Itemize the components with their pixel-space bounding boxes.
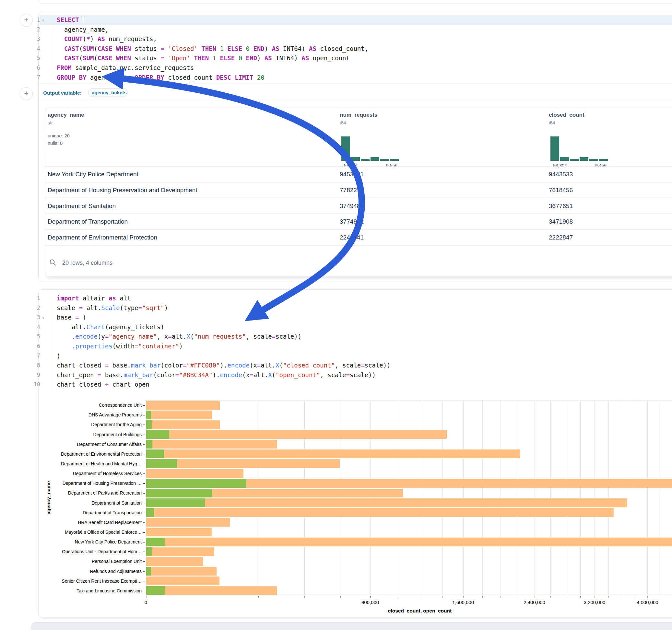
code-text: scale = alt.Scale(type="sqrt") [57,303,168,313]
code-line[interactable]: 3∨base = ( [32,313,672,322]
table-cell: 2240041 [340,234,364,241]
code-text: agency_name, [57,25,109,35]
line-number: 4 [32,44,40,54]
code-text: GROUP BY agency_name ORDER BY closed_cou… [57,73,265,83]
line-number: 7 [32,73,40,83]
code-line[interactable]: 7GROUP BY agency_name ORDER BY closed_co… [32,73,672,83]
line-number: 5 [32,332,40,342]
code-line[interactable]: 1import altair as alt [32,294,672,303]
code-text: chart_closed + chart_open [57,380,149,390]
gutter-divider [54,13,54,83]
text-cursor [83,17,83,23]
line-number: 9 [32,370,40,380]
line-number: 6 [32,63,40,73]
gutter-divider [54,293,54,390]
line-number: 6 [32,342,40,351]
table-cell: Department of Transportation [48,218,128,225]
table-cell: 3471908 [549,218,573,225]
table-row[interactable]: New York City Police Department945313194… [45,166,672,183]
table-row-divider [45,245,672,246]
line-number: 10 [32,380,40,390]
code-text: .properties(width="container") [57,342,183,351]
table-cell: 7782211 [340,187,363,194]
code-line[interactable]: 6FROM sample_data.nyc.service_requests [32,63,672,73]
line-number: 5 [32,53,40,63]
code-text: .encode(y="agency_name", x=alt.X("num_re… [57,332,302,342]
line-number: 1 [32,294,40,303]
code-text: CAST(SUM(CASE WHEN status = 'Closed' THE… [57,44,368,54]
code-line[interactable]: 1∨SELECT [32,15,672,25]
python-editor[interactable]: 1import altair as alt2scale = alt.Scale(… [32,294,672,390]
table-cell: 9453131 [340,171,364,178]
code-text: alt.Chart(agency_tickets) [57,322,164,332]
collapse-chevron-icon[interactable]: ∨ [42,313,44,323]
table-row[interactable]: Department of Housing Preservation and D… [45,182,672,198]
code-text: ) [57,351,60,361]
table-row-count: 20 rows, 4 columns [62,260,113,266]
collapse-chevron-icon[interactable]: ∨ [42,16,44,25]
next-cell-edge [31,622,672,630]
table-cell: Department of Housing Preservation and D… [48,187,197,194]
code-line[interactable]: 4 CAST(SUM(CASE WHEN status = 'Closed' T… [32,44,672,54]
cell-divider [39,85,672,85]
code-text: SELECT [57,15,83,25]
cell-divider [39,100,672,100]
table-row[interactable]: Department of Transportation377489234719… [45,214,672,230]
code-line[interactable]: 5 CAST(SUM(CASE WHEN status = 'Open' THE… [32,53,672,63]
table-cell: 3749485 [340,202,364,210]
code-text: CAST(SUM(CASE WHEN status = 'Open' THEN … [57,53,350,63]
table-cell: Department of Environmental Protection [48,234,157,241]
line-number: 8 [32,361,40,370]
code-line[interactable]: 9chart_open = base.mark_bar(color="#8BC3… [32,370,672,380]
line-number: 3 [32,313,40,322]
code-text: FROM sample_data.nyc.service_requests [57,63,194,73]
table-search-icon[interactable] [49,259,57,266]
code-text: COUNT(*) AS num_requests, [57,34,157,44]
line-number: 3 [32,34,40,44]
table-row[interactable]: Department of Environmental Protection22… [45,229,672,246]
line-number: 1 [32,15,40,25]
code-line[interactable]: 7) [32,351,672,361]
code-line[interactable]: 10chart_closed + chart_open [32,380,672,390]
code-line[interactable]: 5 .encode(y="agency_name", x=alt.X("num_… [32,332,672,342]
code-line[interactable]: 2 agency_name, [32,25,672,35]
code-text: chart_open = base.mark_bar(color="#8BC34… [57,370,376,380]
active-line-highlight [40,15,672,25]
code-line[interactable]: 4 alt.Chart(agency_tickets) [32,322,672,332]
line-number: 4 [32,322,40,332]
result-table: agency_namestrunique: 20nulls: 0num_requ… [45,107,672,277]
table-cell: Department of Sanitation [48,202,116,210]
output-variable-pill[interactable]: agency_tickets [88,88,128,97]
add-cell-button[interactable]: + [20,87,33,100]
add-cell-button[interactable]: + [20,14,33,27]
code-line[interactable]: 3 COUNT(*) AS num_requests, [32,34,672,44]
code-text: chart_closed = base.mark_bar(color="#FFC… [57,361,391,370]
line-number: 2 [32,303,40,313]
line-number: 7 [32,351,40,361]
code-text: base = ( [57,313,87,322]
code-line[interactable]: 2scale = alt.Scale(type="sqrt") [32,303,672,313]
prev-cell-edge [38,0,672,4]
code-line[interactable]: 6 .properties(width="container") [32,342,672,351]
code-line[interactable]: 8chart_closed = base.mark_bar(color="#FF… [32,361,672,370]
table-cell: 7618456 [549,187,573,194]
table-cell: New York City Police Department [48,171,138,178]
table-cell: 2222847 [549,234,573,241]
code-text: import altair as alt [57,294,131,303]
table-row[interactable]: Department of Sanitation37494853677651 [45,198,672,214]
line-number: 2 [32,25,40,35]
sql-editor[interactable]: 1∨SELECT 2 agency_name,3 COUNT(*) AS num… [32,15,672,83]
table-cell: 3677651 [549,202,573,210]
output-variable-label: Output variable: [43,90,82,96]
table-cell: 3774892 [340,218,364,225]
table-cell: 9443533 [549,171,573,178]
